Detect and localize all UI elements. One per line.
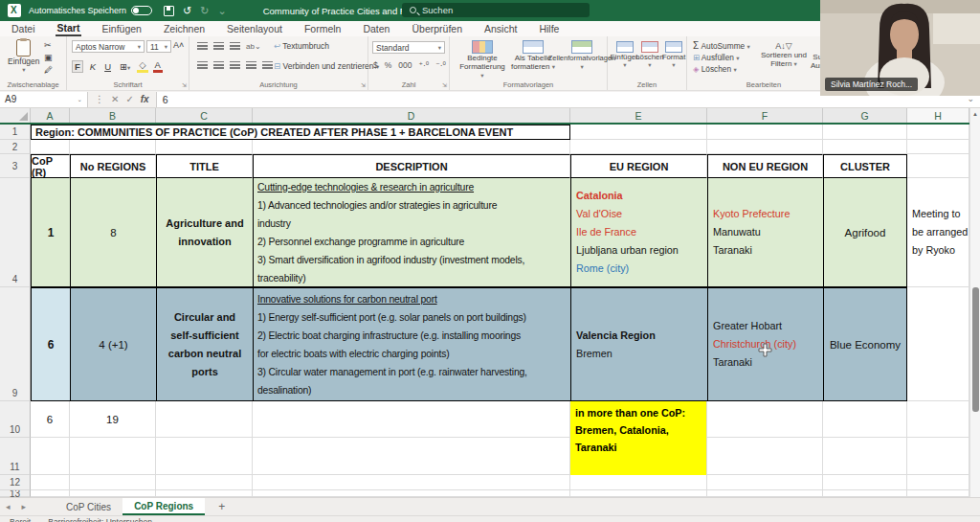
clear-button[interactable]: ◈ Löschen ▾ [693,64,750,74]
cancel-entry-icon[interactable]: ✕ [111,94,119,104]
cell-G4-cluster[interactable]: Agrifood [823,178,907,287]
cell-sheet-title[interactable]: Region: COMMUNITIES OF PRACTICE (CoP) CR… [31,125,570,140]
scroll-up-icon[interactable]: ▲ [972,111,978,117]
sheet-tab-cop-regions[interactable]: CoP Regions [122,498,205,515]
decrease-decimal-button[interactable]: ⁻·⁰ [435,60,446,70]
cell-C11[interactable] [156,438,253,475]
cell-D10[interactable] [253,401,570,438]
undo-icon[interactable]: ↺ [183,5,191,17]
cell-H3[interactable] [907,154,969,178]
align-middle-icon[interactable] [213,42,224,50]
cell-B4-no-regions[interactable]: 8 [70,178,156,287]
vertical-scroll-thumb[interactable] [972,287,979,412]
cell-D12[interactable] [253,475,570,490]
column-header-D[interactable]: D [253,108,570,123]
align-bottom-icon[interactable] [230,42,240,50]
tab-zeichnen[interactable]: Zeichnen [162,22,207,35]
column-header-B[interactable]: B [70,108,156,123]
cell-E2[interactable] [570,140,707,154]
cell-C10[interactable] [156,401,253,438]
cell-G12[interactable] [823,475,907,490]
row-header-10[interactable]: 10 [0,401,31,438]
cell-C9-title[interactable]: Circular and self-sufficient carbon neut… [156,287,253,401]
cell-B13[interactable] [70,490,156,497]
cell-A10-total-cop[interactable]: 6 [31,401,70,438]
cell-H13[interactable] [907,490,969,497]
percent-format-button[interactable]: % [385,60,392,70]
cut-button[interactable]: ✂ [44,40,53,50]
search-box[interactable]: Suchen [402,3,590,17]
column-header-C[interactable]: C [156,108,253,123]
currency-format-button[interactable]: $ [373,60,378,70]
cell-styles-button[interactable]: Zellenformatvorlagen▾ [557,40,607,71]
sort-filter-button[interactable]: A↓▽ Sortieren undFiltern ▾ [756,41,812,68]
column-header-H[interactable]: H [907,108,969,123]
font-size-select[interactable]: 11▾ [146,40,171,53]
cell-C12[interactable] [156,475,253,490]
format-cells-button[interactable]: Format ▾ [662,41,685,69]
cell-G13[interactable] [823,490,907,497]
cell-F11[interactable] [707,438,823,475]
cell-E10-highlight-note[interactable]: in more than one CoP: Bremen, Catalonia,… [570,401,707,475]
add-sheet-button[interactable]: + [218,500,225,513]
cell-B10-total-regions[interactable]: 19 [70,401,156,438]
font-name-select[interactable]: Aptos Narrow▾ [72,40,145,53]
cell-F2[interactable] [707,140,823,154]
cell-D13[interactable] [253,490,570,497]
cell-F13[interactable] [707,490,823,497]
column-header-F[interactable]: F [707,108,823,123]
row-header-1[interactable]: 1 [0,125,31,140]
insert-function-icon[interactable]: fx [141,94,149,104]
fill-button[interactable]: ⊞ Ausfüllen ▾ [693,53,750,62]
tab-ansicht[interactable]: Ansicht [482,22,519,35]
column-header-E[interactable]: E [570,108,707,123]
cell-H10[interactable] [907,401,969,438]
tab-seitenlayout[interactable]: Seitenlayout [225,22,284,35]
number-dialog-launcher[interactable]: ⇲ [442,81,447,88]
customize-toolbar-icon[interactable]: ⌄ [218,5,227,17]
name-box[interactable]: A9 ⌄ [0,92,88,107]
tab-einfuegen[interactable]: Einfügen [100,22,143,35]
wrap-text-button[interactable]: ↩ Textumbruch [274,41,329,51]
thousands-separator-button[interactable]: 000 [398,60,412,70]
tab-start[interactable]: Start [56,21,82,36]
merge-center-button[interactable]: ⊟ Verbinden und zentrieren ▾ [274,61,379,71]
cell-G11[interactable] [823,438,907,475]
cell-E4-eu-regions[interactable]: Catalonia Val d'Oise Ile de France Ljubl… [570,178,707,287]
next-sheet-icon[interactable]: ▸ [22,502,27,511]
select-all-button[interactable] [0,108,31,123]
header-title[interactable]: TITLE [156,154,253,178]
save-icon[interactable] [164,6,174,16]
borders-button[interactable]: ⊞▾ [118,61,132,72]
cell-A12[interactable] [31,475,70,490]
cell-G9-cluster[interactable]: Blue Economy [823,287,907,401]
font-dialog-launcher[interactable]: ⇲ [182,81,187,88]
row-header-9[interactable]: 9 [0,287,31,401]
cell-B12[interactable] [70,475,156,490]
header-description[interactable]: DESCRIPTION [253,154,570,178]
vertical-scrollbar[interactable]: ▲ [969,108,980,497]
cell-F10[interactable] [707,401,823,438]
cell-E1[interactable] [570,125,707,140]
align-center-icon[interactable] [213,61,224,69]
row-header-12[interactable]: 12 [0,475,31,490]
header-cop[interactable]: CoP (R) [31,154,70,178]
insert-cells-button[interactable]: Einfügen ▾ [612,41,637,69]
bold-button[interactable]: F [72,60,83,73]
cell-H4-note[interactable]: Meeting to be arranged by Ryoko [907,178,969,287]
alignment-dialog-launcher[interactable]: ⇲ [361,81,366,88]
align-right-icon[interactable] [230,61,240,69]
tab-hilfe[interactable]: Hilfe [537,22,561,35]
cell-G2[interactable] [823,140,907,154]
cell-A9-cop-active[interactable]: 6 [31,287,70,401]
align-left-icon[interactable] [197,61,208,69]
cell-A13[interactable] [31,490,70,497]
underline-button[interactable]: U [102,61,113,72]
italic-button[interactable]: K [88,61,98,72]
header-eu-region[interactable]: EU REGION [570,154,707,178]
font-color-button[interactable]: A [153,59,163,73]
cell-E12[interactable] [570,475,707,490]
row-header-3[interactable]: 3 [0,154,31,178]
tab-ueberpruefen[interactable]: Überprüfen [410,22,464,35]
excel-app-icon[interactable] [8,4,21,17]
